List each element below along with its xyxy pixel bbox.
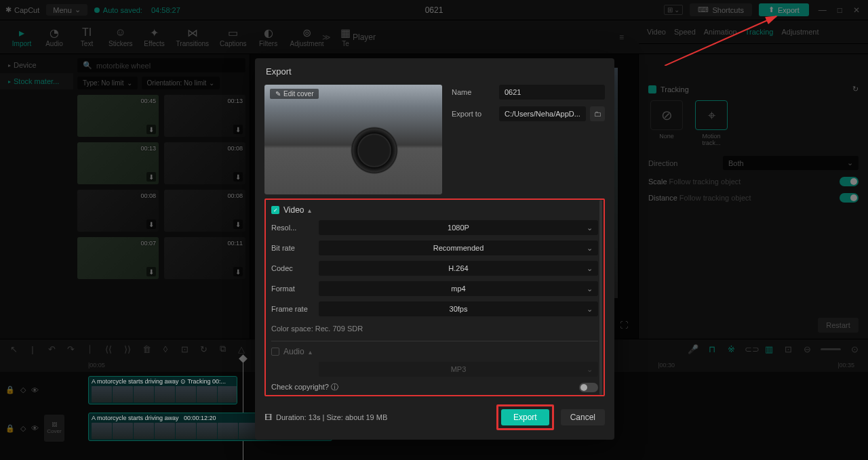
export-cover-preview: ✎Edit cover (264, 85, 442, 194)
framerate-dropdown[interactable]: 30fps (319, 301, 598, 316)
name-label: Name (452, 88, 499, 96)
bitrate-dropdown[interactable]: Recommended (319, 241, 598, 255)
framerate-label: Frame rate (271, 305, 319, 313)
export-path-input[interactable]: C:/Users/Neha/AppD... (499, 106, 586, 121)
format-dropdown[interactable]: mp4 (319, 281, 598, 296)
scrollbar[interactable] (599, 200, 602, 395)
codec-label: Codec (271, 264, 319, 272)
bitrate-label: Bit rate (271, 244, 319, 252)
export-to-label: Export to (452, 110, 499, 118)
folder-icon: 🗀 (594, 110, 601, 118)
export-confirm-button[interactable]: Export (501, 409, 549, 425)
audio-checkbox[interactable] (271, 348, 279, 356)
codec-dropdown[interactable]: H.264 (319, 261, 598, 276)
export-info: 🎞Duration: 13s | Size: about 19 MB (264, 413, 387, 421)
export-button-highlight: Export (496, 404, 554, 430)
edit-cover-button[interactable]: ✎Edit cover (270, 89, 319, 99)
name-input[interactable]: 0621 (499, 85, 605, 100)
pencil-icon: ✎ (275, 90, 281, 98)
color-space-info: Color space: Rec. 709 SDR (271, 322, 598, 335)
audio-format-dropdown: MP3 (319, 362, 598, 377)
video-section-label: Video (283, 205, 304, 215)
format-label: Format (271, 285, 319, 293)
browse-folder-button[interactable]: 🗀 (590, 106, 605, 121)
copyright-label: Check copyright? (271, 383, 329, 391)
chevron-up-icon[interactable]: ▴ (309, 348, 312, 356)
chevron-up-icon[interactable]: ▴ (308, 207, 311, 214)
video-checkbox[interactable]: ✓ (271, 206, 279, 214)
dialog-title: Export (255, 58, 614, 85)
resolution-dropdown[interactable]: 1080P (319, 220, 598, 235)
audio-section-label: Audio (283, 347, 304, 356)
cancel-button[interactable]: Cancel (561, 409, 605, 425)
help-icon[interactable]: ⓘ (331, 383, 338, 391)
copyright-toggle[interactable] (579, 383, 598, 392)
resolution-label: Resol... (271, 224, 319, 232)
film-icon: 🎞 (264, 413, 272, 421)
highlighted-settings: ✓ Video ▴ Resol...1080P Bit rateRecommen… (264, 198, 605, 396)
export-dialog: Export ✎Edit cover Name 0621 Export to C… (255, 58, 614, 440)
